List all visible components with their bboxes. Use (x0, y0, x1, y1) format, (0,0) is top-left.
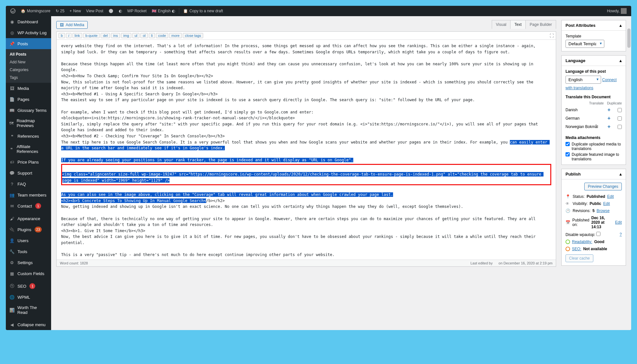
sidebar-price-plans[interactable]: 🏷Price Plans (6, 156, 51, 167)
sidebar-collapse[interactable]: ◀Collapse menu (6, 319, 51, 330)
sidebar-worth-read[interactable]: 📊Worth The Read (6, 303, 51, 317)
sidebar-pages[interactable]: 📄Pages (6, 94, 51, 105)
language-switcher[interactable]: 🇬🇧 English ◐ (150, 6, 177, 16)
dup-featured-checkbox[interactable] (566, 152, 570, 156)
ql-li[interactable]: li (149, 33, 155, 38)
browse-revisions-link[interactable]: Browse (597, 209, 610, 213)
admin-sidebar: ◉Dashboard ◎WP Activity Log 📌Posts All P… (6, 16, 51, 330)
wp-logo[interactable] (8, 6, 17, 16)
ql-img[interactable]: img (121, 33, 131, 38)
preview-changes-button[interactable]: Preview Changes (584, 183, 622, 190)
ql-bquote[interactable]: b-quote (83, 33, 100, 38)
translate-plus[interactable]: + (608, 124, 610, 130)
edit-visibility-link[interactable]: Edit (603, 201, 610, 206)
sidebar-seo[interactable]: ⓎSEO1 (6, 281, 51, 292)
ql-close-tags[interactable]: close tags (183, 33, 203, 38)
updates[interactable]: ↻ 25 (54, 6, 66, 16)
lang-of-post-label: Language of this post (566, 69, 622, 74)
fullscreen-icon[interactable]: ⛶ (550, 33, 554, 38)
view-post[interactable]: View Post (84, 6, 105, 16)
toggle-icon[interactable]: ▴ (620, 58, 622, 63)
sidebar-all-posts[interactable]: All Posts (6, 50, 51, 58)
wp-rocket[interactable]: WP Rocket (125, 6, 148, 16)
sidebar-media[interactable]: 🖼Media (6, 83, 51, 94)
sidebar-activity-log[interactable]: ◎WP Activity Log (6, 27, 51, 38)
duplicate-checkbox[interactable] (618, 125, 622, 129)
post-language-select[interactable]: English (566, 76, 601, 84)
scrollbar-thumb[interactable] (627, 28, 631, 48)
eye-icon: 👁 (566, 201, 571, 206)
media-attach-label: Media attachments (566, 135, 622, 140)
ql-ol[interactable]: ol (140, 33, 148, 38)
sidebar-roadmap[interactable]: 🗺Roadmap Previews (6, 116, 51, 131)
ql-link[interactable]: link (72, 33, 82, 38)
revisions-icon: 🕐 (566, 209, 571, 213)
toggle-icon[interactable]: ▴ (620, 23, 622, 28)
site-name[interactable]: 🏠 Morningscore (19, 6, 52, 16)
translate-doc-label: Translate this Document (566, 95, 622, 99)
pin-icon: 📌 (9, 41, 15, 47)
dup-media-checkbox[interactable] (566, 142, 570, 146)
ql-b[interactable]: b (59, 33, 65, 38)
publish-panel: Publish▴ Preview Changes 📍Status: Publis… (561, 169, 626, 266)
editor-footer: Word count: 1828 Last edited by on Decem… (57, 260, 556, 266)
sidebar-wpml[interactable]: 🌐WPML (6, 292, 51, 303)
clear-cache-button[interactable]: Clear cache (566, 254, 593, 262)
post-attributes-panel: Post Attributes▴ Template Default Templa… (561, 20, 626, 51)
howdy[interactable]: Howdy, (605, 6, 629, 16)
sidebar-support[interactable]: 💬Support (6, 167, 51, 178)
page-scrollbar[interactable] (627, 22, 631, 327)
ql-more[interactable]: more (169, 33, 182, 38)
lang-row-german: German+ (566, 114, 622, 123)
readability-link[interactable]: Readability: (572, 240, 592, 244)
quote-icon: ❝ (9, 146, 14, 152)
sidebar-contact[interactable]: ✉Contact1 (6, 200, 51, 211)
post-content-textarea[interactable]: every website they find on the internet.… (57, 40, 556, 260)
sidebar-categories[interactable]: Categories (6, 66, 51, 74)
seo-link[interactable]: SEO: (572, 247, 581, 251)
add-media-button[interactable]: 🖼Add Media (56, 21, 88, 29)
media-icon: 🖼 (60, 23, 64, 27)
sidebar-add-new[interactable]: Add New (6, 58, 51, 66)
edit-date-link[interactable]: Edit (615, 220, 622, 225)
sidebar-posts[interactable]: 📌Posts (6, 38, 51, 49)
sidebar-appearance[interactable]: 🖌Appearance (6, 213, 51, 224)
help-link[interactable]: ? (620, 232, 622, 237)
sidebar-faq[interactable]: ?FAQ (6, 178, 51, 189)
sidebar-tags[interactable]: Tags (6, 74, 51, 81)
toggle-icon[interactable]: ▴ (620, 172, 622, 177)
gear-icon: ⚙ (9, 260, 15, 265)
tab-page-builder[interactable]: Page Builder (525, 20, 556, 29)
template-select[interactable]: Default Template (566, 40, 604, 48)
disable-wpautop-checkbox[interactable] (596, 232, 600, 236)
tab-visual[interactable]: Visual (492, 20, 511, 29)
sidebar-users[interactable]: 👤Users (6, 235, 51, 246)
duplicate-checkbox[interactable] (618, 116, 622, 121)
ql-ins[interactable]: ins (111, 33, 120, 38)
yoast-icon[interactable] (106, 6, 115, 16)
copy-draft[interactable]: 📋 Copy to a new draft (181, 6, 225, 16)
highlighted-img-tag: <img class="aligncenter size-full wp-ima… (61, 164, 551, 185)
sidebar-settings[interactable]: ⚙Settings (6, 257, 51, 268)
translate-plus[interactable]: + (608, 115, 610, 121)
sidebar-plugins[interactable]: 🔌Plugins23 (6, 224, 51, 235)
tab-text[interactable]: Text (510, 20, 526, 29)
ql-del[interactable]: del (101, 33, 110, 38)
duplicate-checkbox[interactable] (618, 108, 622, 112)
sidebar-tools[interactable]: 🔧Tools (6, 246, 51, 257)
sidebar-affiliate-refs[interactable]: ❝Affiliate References (6, 142, 51, 156)
new-content[interactable]: + New (68, 6, 83, 16)
ql-code[interactable]: code (156, 33, 168, 38)
translate-plus[interactable]: + (608, 107, 610, 113)
ql-ul[interactable]: ul (132, 33, 140, 38)
sidebar-references[interactable]: ❝References (6, 131, 51, 142)
ql-i[interactable]: i (66, 33, 71, 38)
edit-status-link[interactable]: Edit (607, 194, 614, 199)
help-icon: ? (9, 181, 15, 187)
key-icon: 📍 (566, 194, 571, 199)
sidebar-custom-fields[interactable]: ▦Custom Fields (6, 268, 51, 279)
sidebar-dashboard[interactable]: ◉Dashboard (6, 16, 51, 27)
sidebar-glossary[interactable]: 📖Glossary Terms (6, 105, 51, 116)
sidebar-team[interactable]: 👥Team members (6, 189, 51, 200)
cache-icon[interactable]: ◐ (117, 6, 124, 16)
